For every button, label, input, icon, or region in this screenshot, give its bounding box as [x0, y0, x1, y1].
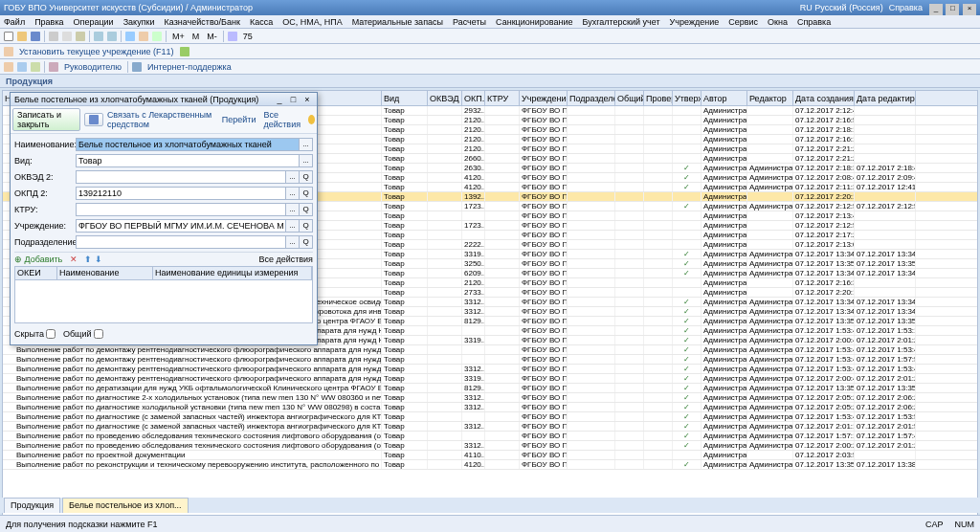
subtable-actions[interactable]: Все действия [258, 255, 313, 264]
select-icon[interactable]: ... [286, 235, 300, 249]
lookup-icon[interactable]: Q [300, 235, 313, 249]
table-row[interactable]: Выполнение работ по диагностике (с замен… [3, 422, 977, 432]
menu-rasch[interactable]: Расчеты [453, 15, 486, 28]
m-plus-icon[interactable]: M+ [170, 30, 187, 43]
col-obsh[interactable]: Общий [615, 91, 644, 105]
save-close-button[interactable]: Записать и закрыть [12, 108, 80, 131]
table-row[interactable]: Выполнение работ по диагностике 2-х холо… [3, 393, 977, 403]
menu-uchr[interactable]: Учреждение [670, 15, 720, 28]
list-icon[interactable] [31, 62, 40, 72]
zoom-value[interactable]: 75 [241, 30, 255, 43]
table-row[interactable]: Выполнение работ по проведению обследова… [3, 441, 977, 451]
sub-col-okei[interactable]: ОКЕИ [15, 267, 57, 279]
paste-icon[interactable] [76, 32, 85, 41]
undo-icon[interactable] [94, 32, 103, 41]
select-icon[interactable]: ... [300, 154, 313, 167]
find-icon[interactable] [125, 32, 135, 41]
menu-help[interactable]: Справка [797, 15, 831, 28]
m-minus-icon[interactable]: M- [205, 30, 219, 43]
dialog-minimize-icon[interactable]: _ [274, 93, 285, 106]
common-checkbox[interactable]: Общий [63, 329, 103, 339]
select-icon[interactable]: ... [286, 187, 300, 200]
redo-icon[interactable] [107, 32, 117, 41]
doc-icon[interactable] [17, 62, 27, 72]
menu-sank[interactable]: Санкционирование [496, 15, 572, 28]
minimize-icon[interactable]: _ [929, 4, 943, 15]
add-button[interactable]: ⊕ Добавить [14, 255, 62, 264]
menu-service[interactable]: Сервис [728, 15, 758, 28]
maximize-icon[interactable]: □ [946, 4, 959, 15]
col-dred[interactable]: Дата редактирования [855, 91, 916, 105]
table-row[interactable]: Выполнение работ по демонтажу рентгеноди… [3, 374, 977, 384]
save-button[interactable] [84, 113, 103, 127]
internet-support-link[interactable]: Интернет-поддержка [145, 60, 234, 74]
col-ktru[interactable]: КТРУ [485, 91, 520, 105]
col-uchr[interactable]: Учреждение [520, 91, 568, 105]
col-okp[interactable]: ОКП... [462, 91, 485, 105]
col-utv[interactable]: Утвержден [673, 91, 702, 105]
globe-icon[interactable] [132, 62, 142, 72]
lookup-icon[interactable]: Q [300, 203, 313, 216]
set-current-org-link[interactable]: Установить текущее учреждение (F11) [17, 45, 176, 58]
select-icon[interactable]: ... [286, 219, 300, 233]
table-row[interactable]: Выполнение работ по дератизации для нужд… [3, 384, 977, 393]
menu-file[interactable]: Файл [4, 15, 25, 28]
podr-input[interactable] [76, 235, 286, 249]
hidden-checkbox[interactable]: Скрыта [14, 329, 56, 339]
menu-edit[interactable]: Правка [34, 15, 63, 28]
table-row[interactable]: Выполнение работ по демонтажу рентгеноди… [3, 355, 977, 365]
table-row[interactable]: Выполнение работ по диагностике холодиль… [3, 403, 977, 412]
menu-ops[interactable]: Операции [74, 15, 114, 28]
select-icon[interactable]: ... [286, 170, 300, 184]
menu-kazn[interactable]: Казначейство/Банк [164, 15, 239, 28]
user-icon[interactable] [49, 62, 58, 72]
table-row[interactable]: Выполнение работ по демонтажу рентгеноди… [3, 365, 977, 374]
units-table[interactable]: ОКЕИ Наименование Наименование единицы и… [14, 266, 313, 323]
help-label[interactable]: Справка [889, 0, 923, 15]
down-icon[interactable]: ⬇ [95, 255, 102, 264]
menu-windows[interactable]: Окна [768, 15, 788, 28]
all-actions-link[interactable]: Все действия [263, 110, 303, 129]
refresh-icon[interactable] [180, 47, 189, 56]
zoom-icon[interactable] [228, 32, 237, 41]
new-icon[interactable] [4, 32, 13, 41]
help-icon[interactable] [308, 115, 315, 124]
tab-products[interactable]: Продукция [4, 498, 60, 513]
dialog-close-icon[interactable]: × [301, 93, 313, 106]
col-vid[interactable]: Вид [382, 91, 428, 105]
okved-input[interactable] [76, 170, 286, 184]
calendar-icon[interactable] [152, 32, 162, 41]
vid-input[interactable] [76, 154, 300, 167]
m-icon[interactable]: M [190, 30, 202, 43]
save-icon[interactable] [31, 32, 40, 41]
table-row[interactable]: Выполнение работ по демонтажу рентгеноди… [3, 345, 977, 355]
col-podr[interactable]: Подразделение [568, 91, 615, 105]
col-okved[interactable]: ОКВЭД 2 [428, 91, 462, 105]
delete-icon[interactable]: ✕ [70, 255, 78, 264]
sub-col-name[interactable]: Наименование [57, 267, 153, 279]
select-icon[interactable]: ... [286, 203, 300, 216]
table-row[interactable]: Выполнение работ по диагностике (с замен… [3, 412, 977, 422]
name-input[interactable] [76, 138, 300, 151]
lookup-icon[interactable]: Q [300, 219, 313, 233]
house-icon[interactable] [4, 47, 13, 56]
table-row[interactable]: Выполнение работ по проведению обследова… [3, 432, 977, 441]
copy-icon[interactable] [62, 32, 72, 41]
goto-link[interactable]: Перейти [222, 115, 256, 124]
tab-current-item[interactable]: Белье постельное из хлоп... [62, 498, 188, 513]
lookup-icon[interactable]: Q [300, 187, 313, 200]
language-label[interactable]: RU Русский (Россия) [800, 0, 883, 15]
ktru-input[interactable] [76, 203, 286, 216]
lookup-icon[interactable]: Q [300, 170, 313, 184]
report-icon[interactable] [4, 62, 13, 72]
dialog-maximize-icon[interactable]: □ [287, 93, 299, 106]
sub-col-unit[interactable]: Наименование единицы измерения [153, 267, 312, 279]
menu-kassa[interactable]: Касса [250, 15, 273, 28]
open-icon[interactable] [17, 32, 27, 41]
menu-buh[interactable]: Бухгалтерский учет [583, 15, 660, 28]
link-medicine[interactable]: Связать с Лекарственным средством [107, 110, 218, 129]
calc-icon[interactable] [139, 32, 148, 41]
col-avt[interactable]: Автор [702, 91, 747, 105]
okpd-input[interactable] [76, 187, 286, 200]
menu-zakupki[interactable]: Закупки [123, 15, 155, 28]
